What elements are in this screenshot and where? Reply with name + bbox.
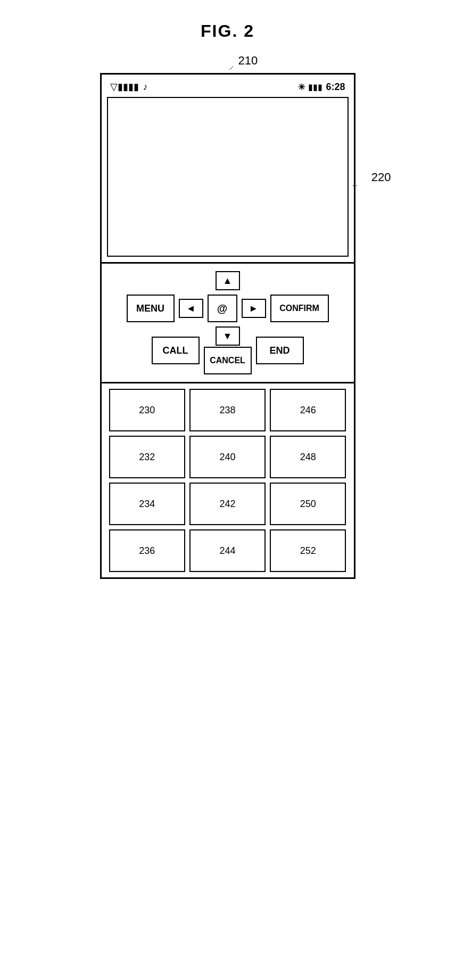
arrow-210-line: ⟋ (228, 63, 235, 72)
nav-row-middle: MENU @ CONFIRM (127, 295, 329, 322)
battery-icon: ▮▮▮ (308, 82, 322, 92)
call-button[interactable]: CALL (152, 337, 200, 364)
keypad-key-244[interactable]: 244 (189, 529, 266, 572)
arrow-220-line: ← (352, 181, 359, 190)
end-button[interactable]: END (256, 337, 304, 364)
keypad-section: 230238246232240248234242250236244252 (100, 383, 355, 579)
keypad-key-246[interactable]: 246 (270, 389, 346, 431)
up-arrow-button[interactable] (216, 271, 240, 290)
music-icon: ♪ (143, 81, 148, 93)
menu-button[interactable]: MENU (127, 295, 175, 322)
status-bar: ▽▮▮▮▮ ♪ ✳ ▮▮▮ 6:28 (107, 80, 349, 94)
keypad-key-232[interactable]: 232 (109, 436, 185, 478)
keypad-key-236[interactable]: 236 (109, 529, 185, 572)
keypad-key-250[interactable]: 250 (270, 483, 346, 525)
label-210: 210 (238, 54, 258, 68)
right-arrow-button[interactable] (242, 299, 266, 318)
down-arrow-button[interactable] (216, 326, 240, 346)
keypad-key-252[interactable]: 252 (270, 529, 346, 572)
nav-row-bottom: CALL CANCEL END (152, 326, 304, 374)
nav-row-up (216, 271, 240, 290)
keypad-key-230[interactable]: 230 (109, 389, 185, 431)
phone-diagram: 210 ⟋ ▽▮▮▮▮ ♪ ✳ ▮▮▮ 6:28 220 ← MENU (100, 73, 355, 579)
status-right: ✳ ▮▮▮ 6:28 (298, 81, 345, 93)
keypad-key-242[interactable]: 242 (189, 483, 266, 525)
keypad-key-240[interactable]: 240 (189, 436, 266, 478)
confirm-button[interactable]: CONFIRM (270, 295, 329, 322)
bluetooth-icon: ✳ (298, 82, 305, 92)
nav-section: MENU @ CONFIRM CALL CANCEL END (100, 264, 355, 383)
keypad-key-248[interactable]: 248 (270, 436, 346, 478)
figure-title: FIG. 2 (201, 21, 254, 41)
time-display: 6:28 (326, 81, 345, 93)
label-220: 220 (371, 170, 391, 184)
cancel-button[interactable]: CANCEL (204, 347, 252, 374)
status-left: ▽▮▮▮▮ ♪ (110, 81, 148, 93)
left-arrow-button[interactable] (179, 299, 203, 318)
screen-section: ▽▮▮▮▮ ♪ ✳ ▮▮▮ 6:28 220 ← (100, 73, 355, 264)
keypad-key-234[interactable]: 234 (109, 483, 185, 525)
display-area (107, 97, 349, 257)
keypad-key-238[interactable]: 238 (189, 389, 266, 431)
at-button[interactable]: @ (208, 295, 237, 322)
signal-icon: ▽▮▮▮▮ (110, 81, 139, 93)
